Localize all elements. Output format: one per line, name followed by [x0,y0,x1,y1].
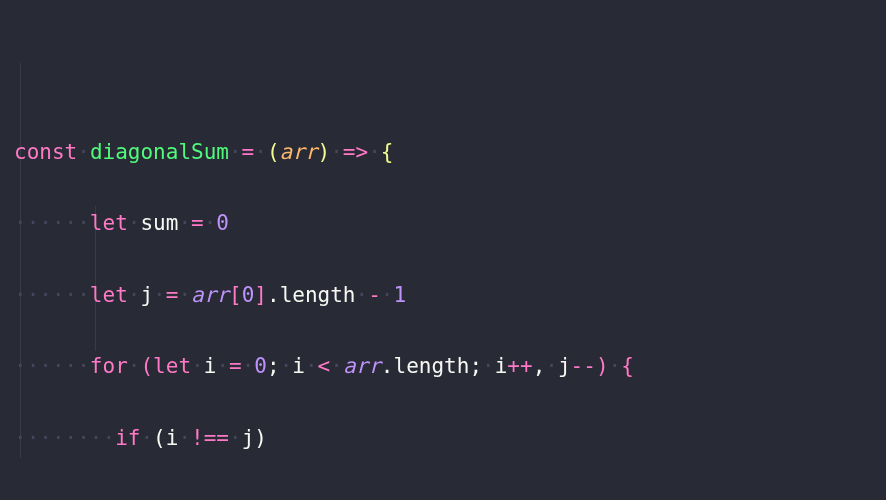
operator: - [368,283,381,307]
operator: = [191,211,204,235]
code-line: ········if·(i·!==·j) [14,421,872,457]
identifier: j [242,426,255,450]
paren: ) [318,140,331,164]
code-line: ······let·j·=·arr[0].length·-·1 [14,278,872,314]
number: 1 [393,283,406,307]
property: length [394,354,470,378]
number: 0 [242,283,255,307]
identifier: i [166,426,179,450]
identifier: i [204,354,217,378]
operator: !== [191,426,229,450]
code-block: const·diagonalSum·=·(arr)·=>·{ ······let… [0,0,886,500]
arrow: => [343,140,368,164]
keyword: const [14,140,77,164]
property: length [280,283,356,307]
keyword: let [90,283,128,307]
keyword: if [115,426,140,450]
paren: ) [254,426,267,450]
code-line: ······for·(let·i·=·0;·i·<·arr.length;·i+… [14,349,872,385]
number: 0 [216,211,229,235]
code-line: ··········sum·+=·arr[i][j]//diagonal·(up… [14,492,872,500]
identifier: j [558,354,571,378]
keyword: let [153,354,191,378]
paren: ( [267,140,280,164]
paren: ) [596,354,609,378]
identifier: i [495,354,508,378]
bracket: [ [229,283,242,307]
number: 0 [254,354,267,378]
brace: { [381,140,394,164]
code-line: const·diagonalSum·=·(arr)·=>·{ [14,135,872,171]
brace: { [621,354,634,378]
identifier: j [140,283,153,307]
paren: ( [140,354,153,378]
keyword: for [90,354,128,378]
parameter: arr [280,140,318,164]
identifier: i [292,354,305,378]
operator: = [166,283,179,307]
operator: = [242,140,255,164]
indent-guide [20,63,21,458]
keyword: let [90,211,128,235]
identifier: arr [343,354,381,378]
operator: -- [571,354,596,378]
operator: < [318,354,331,378]
code-line: ······let·sum·=·0 [14,206,872,242]
function-name: diagonalSum [90,140,229,164]
identifier: sum [140,211,178,235]
identifier: arr [191,283,229,307]
operator: = [229,354,242,378]
bracket: ] [254,283,267,307]
paren: ( [153,426,166,450]
operator: ++ [507,354,532,378]
